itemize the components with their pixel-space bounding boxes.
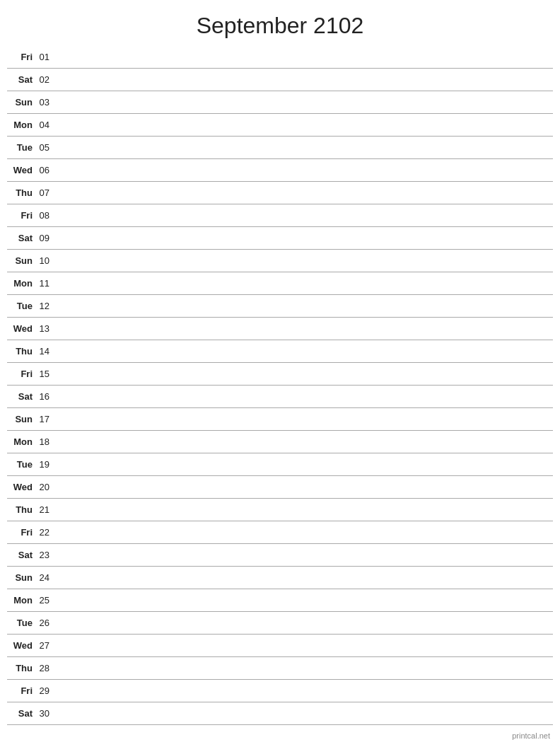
- table-row: Sat23: [7, 544, 553, 567]
- day-number: 18: [35, 436, 55, 447]
- day-name: Mon: [7, 120, 35, 130]
- day-line: [55, 124, 553, 125]
- day-number: 14: [35, 346, 55, 357]
- table-row: Mon18: [7, 431, 553, 453]
- day-name: Wed: [7, 482, 35, 492]
- table-row: Thu28: [7, 657, 553, 680]
- day-number: 15: [35, 369, 55, 379]
- day-name: Sun: [7, 255, 35, 266]
- table-row: Sun17: [7, 408, 553, 431]
- day-line: [55, 419, 553, 419]
- day-line: [55, 260, 553, 261]
- footer-label: printcal.net: [512, 731, 550, 740]
- day-number: 20: [35, 482, 55, 492]
- day-line: [55, 328, 553, 329]
- table-row: Wed06: [7, 159, 553, 182]
- day-line: [55, 577, 553, 578]
- day-name: Sun: [7, 414, 35, 424]
- day-line: [55, 668, 553, 668]
- day-number: 24: [35, 572, 55, 583]
- day-name: Wed: [7, 165, 35, 175]
- table-row: Wed13: [7, 318, 553, 340]
- table-row: Tue26: [7, 612, 553, 635]
- day-name: Fri: [7, 685, 35, 696]
- day-line: [55, 690, 553, 691]
- day-number: 06: [35, 165, 55, 175]
- day-number: 26: [35, 618, 55, 628]
- day-number: 01: [35, 52, 55, 62]
- day-name: Sat: [7, 233, 35, 243]
- day-line: [55, 79, 553, 80]
- table-row: Mon25: [7, 589, 553, 612]
- day-line: [55, 351, 553, 352]
- table-row: Fri01: [7, 46, 553, 69]
- table-row: Sat30: [7, 702, 553, 725]
- day-number: 07: [35, 187, 55, 198]
- table-row: Sat02: [7, 69, 553, 91]
- day-name: Sat: [7, 550, 35, 560]
- table-row: Fri22: [7, 521, 553, 544]
- day-name: Thu: [7, 187, 35, 198]
- day-name: Wed: [7, 323, 35, 334]
- day-name: Sun: [7, 97, 35, 108]
- day-line: [55, 215, 553, 216]
- calendar-grid: Fri01Sat02Sun03Mon04Tue05Wed06Thu07Fri08…: [0, 46, 560, 725]
- day-number: 17: [35, 414, 55, 424]
- day-number: 28: [35, 663, 55, 673]
- day-line: [55, 374, 553, 374]
- day-name: Sat: [7, 391, 35, 402]
- day-number: 23: [35, 550, 55, 560]
- day-number: 12: [35, 301, 55, 311]
- day-line: [55, 487, 553, 487]
- day-line: [55, 441, 553, 442]
- table-row: Sat16: [7, 386, 553, 408]
- day-number: 21: [35, 504, 55, 515]
- table-row: Wed20: [7, 476, 553, 499]
- day-name: Fri: [7, 52, 35, 62]
- table-row: Sat09: [7, 227, 553, 250]
- day-name: Sat: [7, 708, 35, 719]
- day-number: 08: [35, 210, 55, 221]
- day-name: Fri: [7, 210, 35, 221]
- day-number: 27: [35, 640, 55, 651]
- day-name: Fri: [7, 527, 35, 538]
- table-row: Fri08: [7, 204, 553, 227]
- day-number: 09: [35, 233, 55, 243]
- day-number: 22: [35, 527, 55, 538]
- day-number: 10: [35, 255, 55, 266]
- day-number: 02: [35, 74, 55, 85]
- day-name: Mon: [7, 595, 35, 606]
- page-title: September 2102: [0, 0, 560, 46]
- table-row: Wed27: [7, 635, 553, 657]
- day-line: [55, 102, 553, 103]
- day-number: 30: [35, 708, 55, 719]
- table-row: Mon04: [7, 114, 553, 137]
- day-line: [55, 396, 553, 397]
- day-number: 11: [35, 278, 55, 289]
- day-number: 05: [35, 142, 55, 153]
- day-line: [55, 600, 553, 601]
- day-name: Tue: [7, 301, 35, 311]
- day-name: Tue: [7, 142, 35, 153]
- table-row: Thu14: [7, 340, 553, 363]
- table-row: Tue19: [7, 453, 553, 476]
- day-name: Mon: [7, 436, 35, 447]
- day-name: Mon: [7, 278, 35, 289]
- day-number: 25: [35, 595, 55, 606]
- day-line: [55, 192, 553, 193]
- table-row: Sun10: [7, 250, 553, 272]
- day-line: [55, 306, 553, 306]
- table-row: Sun24: [7, 567, 553, 589]
- table-row: Fri15: [7, 363, 553, 386]
- day-name: Thu: [7, 663, 35, 673]
- day-line: [55, 464, 553, 465]
- day-name: Tue: [7, 618, 35, 628]
- day-number: 19: [35, 459, 55, 470]
- day-number: 04: [35, 120, 55, 130]
- day-line: [55, 509, 553, 510]
- day-name: Tue: [7, 459, 35, 470]
- day-name: Sat: [7, 74, 35, 85]
- day-name: Fri: [7, 369, 35, 379]
- day-name: Wed: [7, 640, 35, 651]
- table-row: Mon11: [7, 272, 553, 295]
